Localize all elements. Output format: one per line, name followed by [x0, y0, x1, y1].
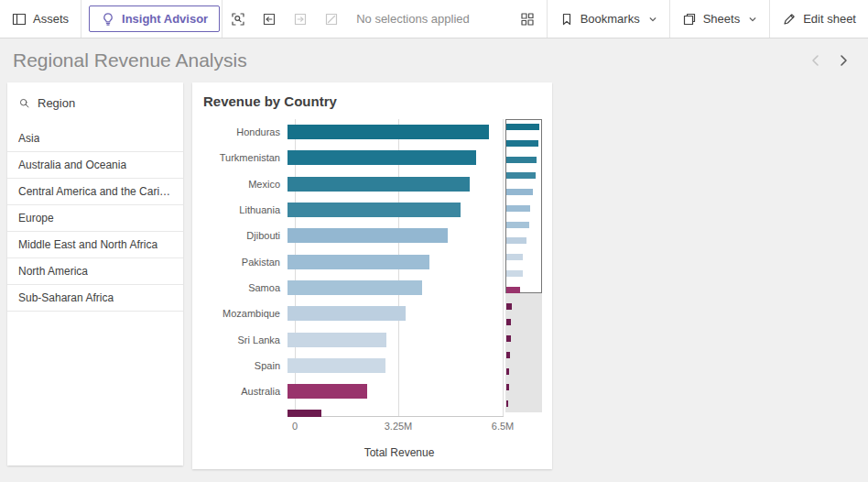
minimap-bar — [506, 124, 539, 130]
revenue-by-country-chart: Revenue by Country HondurasTurkmenistanM… — [192, 82, 552, 469]
minimap-bar — [506, 270, 523, 277]
previous-sheet-button[interactable] — [802, 47, 830, 74]
bar-category-label[interactable]: Djibouti — [203, 230, 288, 241]
sheet-header: Regional Revenue Analysis — [0, 38, 868, 82]
filter-item[interactable]: Sub-Saharan Africa — [7, 285, 183, 312]
clear-selections-button[interactable] — [316, 0, 347, 38]
filter-item[interactable]: Central America and the Caribbean — [7, 179, 183, 205]
region-filter-list: AsiaAustralia and OceaniaCentral America… — [7, 126, 183, 312]
bar-category-label[interactable]: Sri Lanka — [203, 334, 288, 345]
bar[interactable] — [288, 177, 470, 192]
bar-track — [288, 333, 496, 347]
lightbulb-icon — [101, 12, 115, 27]
minimap-bar — [506, 222, 529, 228]
minimap-bar — [506, 172, 536, 179]
bar-category-label[interactable]: Lithuania — [203, 204, 288, 215]
bar[interactable] — [288, 306, 406, 321]
chevron-down-icon — [748, 15, 757, 24]
insight-advisor-button[interactable]: Insight Advisor — [89, 5, 220, 32]
filter-item-label: Sub-Saharan Africa — [18, 291, 114, 304]
bar-category-label[interactable]: Mexico — [203, 179, 288, 190]
filter-item[interactable]: North America — [7, 258, 183, 285]
x-tick-label: 6.5M — [492, 421, 514, 432]
bar-category-label[interactable]: Spain — [203, 360, 288, 371]
minimap-bar — [506, 335, 511, 342]
bookmarks-button[interactable]: Bookmarks — [548, 0, 669, 38]
bar[interactable] — [288, 150, 476, 165]
filter-pane-title: Region — [38, 96, 75, 110]
minimap-bar — [506, 205, 530, 212]
filter-item[interactable]: Asia — [7, 126, 183, 152]
selection-step-forward-icon — [293, 12, 308, 27]
bookmark-icon — [559, 12, 574, 27]
minimap-bar — [506, 352, 510, 358]
bar-track — [288, 255, 496, 269]
bar-row: Spain — [203, 353, 505, 378]
minimap-bar — [506, 384, 509, 390]
minimap-bar — [506, 303, 512, 310]
toolbar-right-group: Bookmarks Sheets Edit sheet — [508, 0, 868, 38]
bar[interactable] — [288, 333, 386, 347]
step-back-selection-button[interactable] — [254, 0, 285, 38]
bar-category-label[interactable]: Mozambique — [203, 308, 288, 319]
bar[interactable] — [288, 384, 367, 399]
filter-item-label: Australia and Oceania — [18, 159, 126, 171]
bar[interactable] — [288, 358, 385, 373]
sheets-label: Sheets — [703, 12, 740, 26]
filter-item-label: Asia — [18, 132, 39, 145]
filter-item-label: Europe — [18, 212, 54, 225]
minimap-bar — [506, 400, 508, 407]
smart-search-button[interactable] — [222, 0, 254, 38]
chart-scrollbar-minimap[interactable] — [505, 119, 542, 412]
next-sheet-button[interactable] — [830, 47, 857, 74]
selections-status: No selections applied — [347, 0, 479, 38]
bar-category-label[interactable]: Samoa — [203, 282, 288, 293]
chevron-right-icon — [836, 53, 851, 68]
insight-advisor-label: Insight Advisor — [122, 12, 208, 26]
bar-row: Honduras — [203, 119, 505, 145]
bar-track — [288, 228, 496, 243]
bar-category-label[interactable]: Turkmenistan — [203, 152, 288, 163]
sheet-content: Region AsiaAustralia and OceaniaCentral … — [0, 82, 868, 469]
bar[interactable] — [288, 125, 489, 139]
edit-sheet-label: Edit sheet — [803, 12, 856, 26]
minimap-bar — [506, 140, 538, 147]
bar[interactable] — [288, 203, 461, 217]
bar-category-label[interactable]: Australia — [203, 386, 288, 397]
x-axis-title: Total Revenue — [295, 446, 504, 459]
filter-item[interactable]: Europe — [7, 205, 183, 232]
region-filter-pane: Region AsiaAustralia and OceaniaCentral … — [7, 82, 183, 466]
bar-category-label[interactable]: Honduras — [203, 126, 288, 137]
filter-pane-header[interactable]: Region — [7, 82, 183, 126]
bar[interactable] — [288, 410, 321, 417]
minimap-bar — [506, 189, 533, 195]
filter-item[interactable]: Middle East and North Africa — [7, 232, 183, 258]
bar-row: Lithuania — [203, 197, 505, 223]
bar-track — [288, 384, 496, 399]
bar[interactable] — [288, 255, 429, 269]
chart-plot-area: HondurasTurkmenistanMexicoLithuaniaDjibo… — [203, 119, 505, 417]
filter-item[interactable]: Australia and Oceania — [7, 152, 183, 179]
bookmarks-label: Bookmarks — [580, 12, 640, 26]
bar-category-label[interactable]: Pakistan — [203, 257, 288, 268]
bar-track — [288, 410, 496, 417]
bar-row: Australia — [203, 378, 505, 404]
filter-item-label: North America — [18, 265, 88, 278]
edit-sheet-button[interactable]: Edit sheet — [770, 0, 868, 38]
chevron-left-icon — [808, 53, 823, 68]
pencil-icon — [782, 12, 797, 27]
assets-button[interactable]: Assets — [0, 0, 81, 38]
page-title: Regional Revenue Analysis — [13, 49, 802, 71]
step-forward-selection-button[interactable] — [285, 0, 316, 38]
bar-row: Mozambique — [203, 301, 505, 326]
minimap-bar — [506, 319, 511, 325]
smart-search-icon — [231, 12, 245, 27]
filter-item-label: Middle East and North Africa — [18, 238, 157, 251]
app-overview-button[interactable] — [508, 0, 547, 38]
bar[interactable] — [288, 228, 448, 243]
bar[interactable] — [288, 280, 422, 295]
sheets-button[interactable]: Sheets — [670, 0, 769, 38]
bar-track — [288, 358, 496, 373]
grid-icon — [520, 12, 535, 27]
search-icon — [18, 97, 30, 109]
